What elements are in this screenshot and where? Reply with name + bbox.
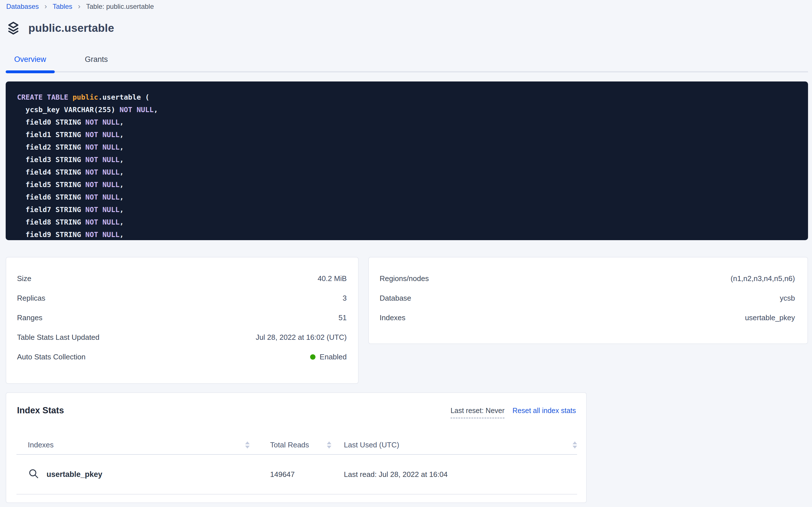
column-header-label: Indexes xyxy=(28,441,54,449)
sql-token-keyword: NOT NULL xyxy=(85,168,119,176)
page-title: public.usertable xyxy=(28,22,114,34)
table-details-page: Databases › Tables › Table: public.usert… xyxy=(0,0,812,507)
cell-last-used: Last read: Jul 28, 2022 at 16:04 xyxy=(344,470,577,479)
sql-token-keyword: NOT NULL xyxy=(85,218,119,226)
stat-row-database: Database ycsb xyxy=(380,288,795,308)
stat-value: Jul 28, 2022 at 16:02 (UTC) xyxy=(256,333,347,342)
breadcrumb-chevron-icon: › xyxy=(78,2,80,10)
cell-index-name: usertable_pkey xyxy=(16,468,267,481)
stat-value: ycsb xyxy=(780,294,795,302)
sql-line: field1 STRING NOT NULL, xyxy=(17,129,800,141)
status-text: Enabled xyxy=(320,352,347,361)
sql-line: field8 STRING NOT NULL, xyxy=(17,216,800,229)
search-icon xyxy=(28,468,39,481)
sort-icon[interactable] xyxy=(572,441,577,449)
tab-bar: Overview Grants xyxy=(6,53,808,72)
sql-token-plain: , xyxy=(119,130,124,139)
sql-token-plain: , xyxy=(119,206,124,214)
sql-line: ycsb_key VARCHAR(255) NOT NULL, xyxy=(17,104,800,116)
index-name: usertable_pkey xyxy=(47,470,103,479)
sql-token-plain: , xyxy=(119,218,124,226)
stat-row-ranges: Ranges 51 xyxy=(17,308,347,328)
index-stats-header: Index Stats Last reset: Never Reset all … xyxy=(17,405,576,418)
sort-icon[interactable] xyxy=(327,441,331,449)
stat-value: (n1,n2,n3,n4,n5,n6) xyxy=(731,274,795,283)
last-reset-label: Last reset: Never xyxy=(450,406,504,418)
column-header-total-reads[interactable]: Total Reads xyxy=(267,441,344,449)
stack-icon xyxy=(6,20,21,36)
total-reads-value: 149647 xyxy=(270,470,295,479)
column-header-label: Last Used (UTC) xyxy=(344,441,399,449)
sql-token-keyword: NOT NULL xyxy=(85,130,119,139)
sql-line: field5 STRING NOT NULL, xyxy=(17,179,800,191)
sql-line: field4 STRING NOT NULL, xyxy=(17,166,800,179)
index-link[interactable]: usertable_pkey xyxy=(28,468,103,481)
breadcrumb-link-tables[interactable]: Tables xyxy=(53,2,72,11)
column-header-last-used[interactable]: Last Used (UTC) xyxy=(344,441,577,449)
stat-label: Table Stats Last Updated xyxy=(17,333,100,342)
sql-token-plain: , xyxy=(119,193,124,201)
sql-line: field9 STRING NOT NULL, xyxy=(17,229,800,240)
cluster-overview-card: Regions/nodes (n1,n2,n3,n4,n5,n6) Databa… xyxy=(368,257,808,344)
sql-token-plain: field2 STRING xyxy=(17,143,85,151)
sql-token-plain: , xyxy=(119,180,124,189)
index-stats-table-header: Indexes Total Reads Last Used (UTC) xyxy=(16,436,577,455)
table-overview-card: Size 40.2 MiB Replicas 3 Ranges 51 Table… xyxy=(6,257,359,384)
sql-token-keyword: NOT NULL xyxy=(85,118,119,126)
index-stats-card: Index Stats Last reset: Never Reset all … xyxy=(6,392,587,503)
stat-row-regions: Regions/nodes (n1,n2,n3,n4,n5,n6) xyxy=(380,269,795,288)
stat-row-auto-stats: Auto Stats Collection Enabled xyxy=(17,347,347,367)
tab-overview[interactable]: Overview xyxy=(6,53,55,71)
sql-line: field6 STRING NOT NULL, xyxy=(17,191,800,204)
sql-token-plain: field5 STRING xyxy=(17,180,85,189)
reset-all-index-stats-link[interactable]: Reset all index stats xyxy=(512,406,576,415)
stat-label: Auto Stats Collection xyxy=(17,352,85,361)
stat-row-size: Size 40.2 MiB xyxy=(17,269,347,288)
sql-token-plain: ycsb_key VARCHAR(255) xyxy=(17,106,119,114)
sql-token-keyword: NOT NULL xyxy=(85,193,119,201)
sort-icon[interactable] xyxy=(245,441,250,449)
last-used-value: Last read: Jul 28, 2022 at 16:04 xyxy=(344,470,448,479)
sql-line: CREATE TABLE public.usertable ( xyxy=(17,91,800,104)
status-dot-green xyxy=(310,354,315,360)
stat-label: Indexes xyxy=(380,314,405,322)
breadcrumb: Databases › Tables › Table: public.usert… xyxy=(6,2,154,11)
sql-token-plain: , xyxy=(119,156,124,164)
sql-token-keyword: NOT NULL xyxy=(85,180,119,189)
index-stats-title: Index Stats xyxy=(17,405,64,415)
sql-token-keyword: NOT NULL xyxy=(119,106,153,114)
sql-token-keyword: NOT NULL xyxy=(85,206,119,214)
sql-token-plain: field4 STRING xyxy=(17,168,85,176)
stat-label: Replicas xyxy=(17,294,45,302)
stat-value: usertable_pkey xyxy=(745,314,795,322)
sql-line: field3 STRING NOT NULL, xyxy=(17,154,800,166)
stat-label: Regions/nodes xyxy=(380,274,429,283)
sql-token-plain: field7 STRING xyxy=(17,206,85,214)
stat-label: Ranges xyxy=(17,314,43,322)
sql-token-schema: public xyxy=(73,93,98,101)
sql-token-plain: field1 STRING xyxy=(17,130,85,139)
sql-token-plain: , xyxy=(154,106,158,114)
sql-token-plain: field6 STRING xyxy=(17,193,85,201)
stat-value: 40.2 MiB xyxy=(317,274,347,283)
sql-token-plain: field3 STRING xyxy=(17,156,85,164)
sql-token-plain: , xyxy=(119,143,124,151)
index-stats-actions: Last reset: Never Reset all index stats xyxy=(450,405,576,418)
sql-line: field2 STRING NOT NULL, xyxy=(17,141,800,154)
stat-row-indexes: Indexes usertable_pkey xyxy=(380,308,795,328)
page-title-row: public.usertable xyxy=(6,20,114,36)
sql-token-plain: field0 STRING xyxy=(17,118,85,126)
sql-token-plain: , xyxy=(119,168,124,176)
stat-value: 51 xyxy=(338,314,347,322)
tab-grants[interactable]: Grants xyxy=(76,53,116,71)
sql-token-keyword: NOT NULL xyxy=(85,143,119,151)
breadcrumb-chevron-icon: › xyxy=(45,2,47,10)
breadcrumb-current: Table: public.usertable xyxy=(86,2,154,11)
sql-token-plain: field9 STRING xyxy=(17,230,85,239)
table-row: usertable_pkey 149647 Last read: Jul 28,… xyxy=(16,455,577,495)
breadcrumb-link-databases[interactable]: Databases xyxy=(6,2,39,11)
sql-token-plain: field8 STRING xyxy=(17,218,85,226)
stat-label: Size xyxy=(17,274,32,283)
sql-token-keyword: NOT NULL xyxy=(85,230,119,239)
column-header-indexes[interactable]: Indexes xyxy=(16,441,267,449)
